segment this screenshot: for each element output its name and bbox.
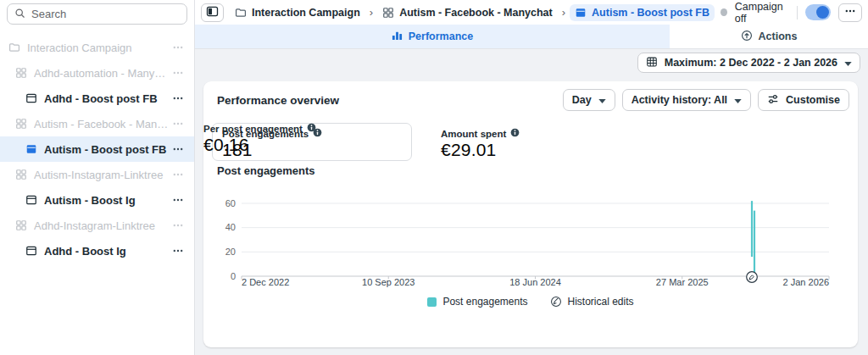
sidebar-item-adhd-boost-post-fb[interactable]: Adhd - Boost post FB [0, 86, 194, 111]
sidebar-item-label: Autism-Instagram-Linktree [34, 169, 170, 181]
search-input[interactable]: Search [7, 3, 187, 25]
breadcrumb-item-autism-boost-post-fb[interactable]: Autism - Boost post FB [570, 4, 715, 21]
breadcrumb: Interaction Campaign›Autism - Facebook -… [230, 4, 715, 21]
interval-dropdown[interactable]: Day [563, 89, 615, 111]
card-icon [25, 245, 37, 257]
customise-label: Customise [786, 94, 840, 106]
breadcrumb-item-interaction-campaign[interactable]: Interaction Campaign [230, 4, 365, 21]
breadcrumb-separator: › [562, 6, 565, 19]
item-options-button[interactable] [170, 40, 186, 55]
item-options-button[interactable] [170, 91, 186, 106]
metric-amount-spent[interactable]: Amount spent€29.01 [441, 123, 520, 165]
legend-label: Post engagements [442, 296, 527, 308]
card-icon [25, 92, 37, 104]
sidebar-item-autism-instagram-linktree[interactable]: Autism-Instagram-Linktree [0, 162, 194, 187]
grid-icon [15, 118, 27, 130]
breadcrumb-item-autism-facebook-manychat[interactable]: Autism - Facebook - Manychat [377, 4, 558, 21]
sidebar-item-label: Autism - Facebook - Manychat [34, 118, 170, 130]
search-placeholder: Search [31, 8, 66, 20]
campaign-status-label: Campaign off [735, 1, 789, 25]
tab-actions[interactable]: Actions [670, 25, 868, 48]
legend-item-post-engagements: Post engagements [427, 296, 527, 308]
item-options-button[interactable] [170, 167, 186, 182]
svg-text:0: 0 [231, 271, 236, 281]
breadcrumb-label: Autism - Facebook - Manychat [399, 7, 553, 19]
metric-per-post-engagement[interactable]: Per post engagement€0.16 [203, 123, 316, 155]
folder-icon [8, 42, 20, 53]
grid-icon [15, 219, 27, 231]
tab-label: Actions [759, 31, 798, 42]
campaign-toggle[interactable] [805, 4, 831, 20]
caret-down-icon [734, 94, 742, 106]
tab-label: Performance [409, 31, 473, 42]
sidebar-item-adhd-instagram-linktree[interactable]: Adhd-Instagram-Linktree [0, 213, 194, 238]
date-range-label: Maximum: 2 Dec 2022 - 2 Jan 2026 [665, 57, 837, 69]
item-options-button[interactable] [170, 192, 186, 208]
item-options-button[interactable] [170, 65, 186, 80]
svg-text:2 Jan 2026: 2 Jan 2026 [783, 277, 829, 287]
metric-label: Per post engagement [203, 124, 303, 134]
historical-edit-marker [747, 272, 758, 283]
chart-title: Post engagements [217, 164, 315, 177]
svg-text:40: 40 [225, 222, 236, 232]
app-root: Search Interaction CampaignAdhd-automati… [0, 0, 868, 355]
activity-history-dropdown[interactable]: Activity history: All [622, 89, 751, 111]
main-content: Maximum: 2 Dec 2022 - 2 Jan 2026 Perform… [195, 49, 868, 355]
sidebar-item-label: Adhd - Boost Ig [44, 245, 170, 258]
tab-bar: Performance Actions [195, 25, 868, 49]
tab-performance[interactable]: Performance [195, 25, 670, 48]
chart-legend: Post engagementsHistorical edits [203, 296, 858, 308]
item-options-button[interactable] [170, 141, 186, 157]
date-range-selector[interactable]: Maximum: 2 Dec 2022 - 2 Jan 2026 [637, 53, 860, 73]
breadcrumb-label: Interaction Campaign [252, 7, 360, 19]
breadcrumb-separator: › [370, 6, 373, 19]
sidebar: Search Interaction CampaignAdhd-automati… [0, 0, 195, 355]
panel-toggle-icon [206, 5, 219, 20]
toggle-knob-icon [816, 6, 829, 19]
item-options-button[interactable] [170, 243, 186, 258]
campaign-tree: Interaction CampaignAdhd-automation - Ma… [0, 35, 194, 263]
chart-canvas[interactable]: 60402002 Dec 202210 Sep 202318 Jun 20242… [217, 183, 844, 291]
svg-text:10 Sep 2023: 10 Sep 2023 [362, 277, 415, 287]
caret-down-icon [844, 57, 852, 69]
svg-text:60: 60 [225, 198, 236, 208]
sidebar-item-adhd-boost-ig[interactable]: Adhd - Boost Ig [0, 238, 194, 263]
sidebar-item-label: Adhd-automation - Manychat [34, 67, 170, 80]
campaign-status-area: Campaign off [721, 1, 862, 25]
card-filled-icon [25, 143, 37, 155]
activity-history-label: Activity history: All [632, 94, 727, 106]
sidebar-item-label: Autism - Boost Ig [44, 194, 170, 207]
item-options-button[interactable] [170, 218, 186, 233]
sidebar-item-label: Adhd - Boost post FB [44, 92, 170, 105]
card-filled-icon [575, 7, 587, 19]
sliders-icon [767, 93, 779, 108]
legend-label: Historical edits [568, 296, 634, 308]
info-icon[interactable] [307, 123, 316, 134]
metric-value: €29.01 [441, 140, 520, 160]
folder-icon [235, 7, 247, 19]
info-icon[interactable] [510, 128, 520, 139]
interval-label: Day [572, 94, 592, 106]
sidebar-item-label: Adhd-Instagram-Linktree [34, 219, 170, 232]
ellipsis-icon [844, 5, 856, 19]
sidebar-item-interaction-campaign[interactable]: Interaction Campaign [0, 35, 194, 60]
grid-icon [382, 7, 394, 19]
svg-text:20: 20 [225, 247, 236, 257]
more-options-button[interactable] [838, 3, 862, 22]
sidebar-item-autism-boost-ig[interactable]: Autism - Boost Ig [0, 187, 194, 213]
bar-chart-icon [392, 30, 403, 43]
sidebar-item-autism-facebook-manychat[interactable]: Autism - Facebook - Manychat [0, 111, 194, 136]
metric-label: Amount spent [441, 129, 506, 139]
sidebar-item-label: Interaction Campaign [27, 42, 170, 54]
svg-text:27 Mar 2025: 27 Mar 2025 [656, 277, 709, 287]
customise-button[interactable]: Customise [758, 89, 849, 111]
sidebar-item-adhd-automation-manychat[interactable]: Adhd-automation - Manychat [0, 60, 194, 86]
sidebar-item-autism-boost-post-fb[interactable]: Autism - Boost post FB [0, 136, 194, 162]
search-icon [14, 8, 25, 21]
sidebar-toggle-button[interactable] [201, 3, 224, 22]
item-options-button[interactable] [170, 116, 186, 131]
performance-overview-card: Performance overview Day Activity histor… [203, 81, 858, 347]
breadcrumb-label: Autism - Boost post FB [592, 7, 709, 19]
legend-item-historical-edits: Historical edits [550, 296, 634, 308]
post-engagements-chart[interactable]: 60402002 Dec 202210 Sep 202318 Jun 20242… [217, 183, 844, 291]
